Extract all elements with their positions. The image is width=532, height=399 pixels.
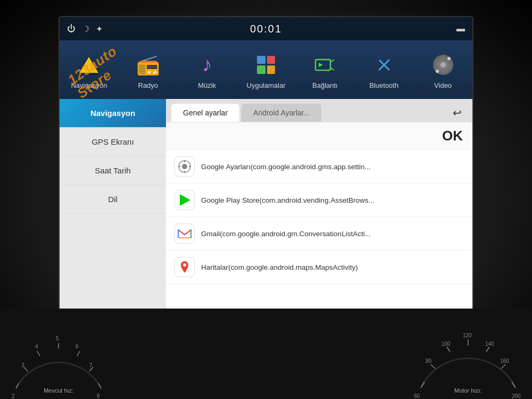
gmail-label: Gmail(com.google.android.gm.Conversation… bbox=[201, 230, 371, 238]
sidebar-item-navigasyon[interactable]: Navigasyon bbox=[60, 99, 166, 128]
svg-text:140: 140 bbox=[485, 341, 494, 347]
svg-text:3: 3 bbox=[21, 362, 24, 368]
back-button[interactable]: ↩ bbox=[447, 103, 467, 122]
svg-rect-5 bbox=[184, 160, 185, 162]
sidebar: Navigasyon GPS Ekranı Saat Tarih Dil bbox=[60, 99, 166, 323]
nav-item-video[interactable]: Video bbox=[413, 51, 472, 93]
tab-genel-ayarlar[interactable]: Genel ayarlar bbox=[171, 104, 239, 122]
list-item-google-settings[interactable]: Google Ayarları(com.google.android.gms.a… bbox=[166, 150, 472, 184]
nav-label-baglanti: Bağlantı bbox=[312, 81, 338, 93]
nav-item-bluetooth[interactable]: Bluetooth bbox=[354, 51, 413, 93]
bluetooth-icon bbox=[374, 55, 394, 75]
svg-line-30 bbox=[486, 347, 489, 352]
nav-item-uygulamalar[interactable]: Uygulamalar bbox=[237, 51, 296, 93]
apps-grid-icon bbox=[257, 56, 275, 74]
sidebar-item-dil[interactable]: Dil bbox=[60, 185, 166, 214]
play-store-icon bbox=[174, 190, 195, 210]
nav-icon-baglanti bbox=[311, 51, 339, 79]
right-panel: Genel ayarlar Android Ayarlar... ↩ OK bbox=[166, 99, 472, 323]
moon-icon[interactable]: ☽ bbox=[82, 24, 89, 34]
svg-text:8: 8 bbox=[97, 393, 100, 399]
left-gauge: 2 3 4 5 6 7 8 Mevcut hız: bbox=[5, 314, 112, 399]
svg-rect-6 bbox=[184, 171, 185, 173]
svg-text:100: 100 bbox=[442, 341, 451, 347]
svg-rect-8 bbox=[189, 166, 191, 167]
list-item-gmail[interactable]: Gmail(com.google.android.gm.Conversation… bbox=[166, 217, 472, 251]
list-item-play-store[interactable]: Google Play Store(com.android.vending.As… bbox=[166, 184, 472, 217]
nav-item-navigasyon[interactable]: Navigasyon bbox=[60, 51, 119, 93]
svg-text:60: 60 bbox=[414, 393, 420, 399]
nav-icon-bluetooth bbox=[370, 51, 398, 79]
svg-line-16 bbox=[77, 351, 80, 356]
svg-line-14 bbox=[37, 351, 40, 356]
nav-label-muzik: Müzik bbox=[198, 81, 216, 93]
nav-label-video: Video bbox=[434, 81, 452, 93]
nav-item-radyo[interactable]: 📻 Radyo bbox=[119, 51, 178, 93]
nav-bar: Navigasyon 📻 Radyo ♪ Müzik Uygulamalar bbox=[60, 40, 472, 99]
sidebar-item-gps[interactable]: GPS Ekranı bbox=[60, 128, 166, 156]
play-store-label: Google Play Store(com.android.vending.As… bbox=[201, 196, 375, 204]
svg-line-13 bbox=[24, 367, 28, 371]
status-bar: ⏻ ☽ ✦ 00:01 ▬ bbox=[60, 17, 472, 40]
left-gauge-label: Mevcut hız: bbox=[44, 387, 73, 394]
svg-text:80: 80 bbox=[426, 358, 432, 364]
svg-line-28 bbox=[447, 347, 450, 352]
tab-android-ayarlar[interactable]: Android Ayarlar... bbox=[242, 104, 321, 122]
svg-line-27 bbox=[431, 364, 435, 369]
gmail-icon bbox=[174, 223, 195, 244]
svg-rect-7 bbox=[178, 166, 180, 167]
nav-icon-muzik: ♪ bbox=[193, 51, 221, 79]
tabs-bar: Genel ayarlar Android Ayarlar... ↩ bbox=[166, 99, 472, 122]
svg-text:120: 120 bbox=[463, 332, 472, 338]
maps-icon bbox=[174, 257, 195, 277]
radio-icon: 📻 bbox=[136, 54, 160, 76]
google-settings-label: Google Ayarları(com.google.android.gms.a… bbox=[201, 163, 371, 171]
nav-label-radyo: Radyo bbox=[138, 81, 159, 93]
svg-text:7: 7 bbox=[89, 362, 93, 368]
svg-point-4 bbox=[182, 164, 187, 169]
nav-icon-radyo: 📻 bbox=[134, 51, 162, 79]
svg-marker-9 bbox=[180, 194, 190, 206]
sidebar-item-saat[interactable]: Saat Tarih bbox=[60, 156, 166, 185]
nav-item-baglanti[interactable]: Bağlantı bbox=[295, 51, 354, 93]
power-icon[interactable]: ⏻ bbox=[67, 24, 76, 34]
google-settings-icon bbox=[174, 156, 195, 177]
right-gauge-label: Motor hızı: bbox=[454, 387, 482, 394]
connection-icon bbox=[314, 54, 336, 76]
dashboard-bottom: 2 3 4 5 6 7 8 Mevcut hız: 60 80 bbox=[0, 309, 532, 399]
maps-label: Haritalar(com.google.android.maps.MapsAc… bbox=[201, 263, 358, 271]
ok-button[interactable]: OK bbox=[442, 128, 463, 144]
svg-text:2: 2 bbox=[12, 393, 15, 399]
svg-text:160: 160 bbox=[500, 358, 509, 364]
rpm-gauge-svg: 60 80 100 120 140 160 200 bbox=[410, 314, 527, 399]
list-item-maps[interactable]: Haritalar(com.google.android.maps.MapsAc… bbox=[166, 251, 472, 284]
nav-label-navigasyon: Navigasyon bbox=[71, 81, 107, 93]
status-icons-left: ⏻ ☽ ✦ bbox=[67, 24, 103, 34]
ok-bar: OK bbox=[166, 122, 472, 150]
svg-text:4: 4 bbox=[35, 344, 38, 350]
nav-icon-video bbox=[429, 51, 458, 79]
navigation-triangle-icon bbox=[79, 57, 98, 73]
brightness-icon[interactable]: ✦ bbox=[96, 24, 103, 34]
right-gauge: 60 80 100 120 140 160 200 Motor hızı: bbox=[410, 314, 527, 399]
main-content: Navigasyon GPS Ekranı Saat Tarih Dil Gen… bbox=[60, 99, 472, 323]
video-ball-icon bbox=[433, 55, 453, 75]
nav-item-muzik[interactable]: ♪ Müzik bbox=[178, 51, 237, 93]
nav-label-uygulamalar: Uygulamalar bbox=[247, 81, 286, 93]
speedometer-svg: 2 3 4 5 6 7 8 bbox=[5, 314, 112, 399]
svg-text:6: 6 bbox=[76, 344, 79, 350]
bottom-center bbox=[112, 388, 410, 399]
nav-label-bluetooth: Bluetooth bbox=[369, 81, 398, 93]
screen-icon: ▬ bbox=[456, 24, 465, 34]
music-icon: ♪ bbox=[202, 53, 212, 76]
nav-icon-uygulamalar bbox=[252, 51, 280, 79]
svg-point-11 bbox=[183, 263, 186, 267]
nav-icon-navigasyon bbox=[74, 51, 103, 79]
car-screen: ⏻ ☽ ✦ 00:01 ▬ Navigasyon 📻 Radyo ♪ Müzik bbox=[59, 16, 473, 325]
content-area: OK Google Ayarları(com.g bbox=[166, 122, 472, 323]
svg-text:200: 200 bbox=[512, 393, 521, 399]
svg-line-31 bbox=[501, 364, 505, 369]
status-time: 00:01 bbox=[250, 23, 282, 35]
svg-text:5: 5 bbox=[56, 336, 59, 342]
